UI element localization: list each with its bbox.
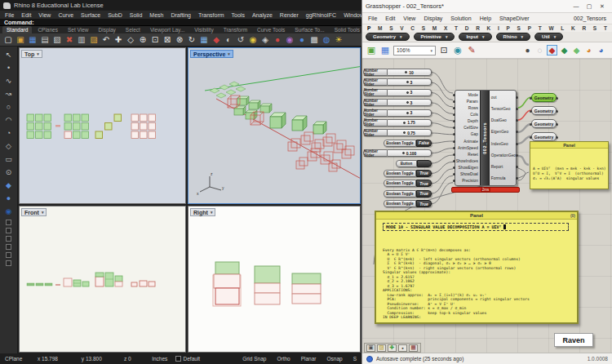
display-mode-gem-icon[interactable]: ◌ [534, 45, 545, 55]
rhino-toolbar-icon[interactable]: ● [272, 34, 283, 45]
category-tab[interactable]: K [571, 25, 575, 31]
param-value[interactable]: 0.75 [388, 129, 432, 136]
param-value[interactable]: 0.100 [388, 149, 432, 157]
param-value[interactable]: 3 [388, 99, 432, 106]
component-input-port[interactable]: CellSize [455, 125, 480, 131]
param-value[interactable]: 3 [388, 109, 432, 117]
rhino-toolbar-icon[interactable]: ▣ [15, 34, 26, 45]
ribbon-group-pill[interactable]: Rhino ▾ [496, 33, 531, 41]
viewport-front[interactable]: Front ▾ [19, 206, 186, 353]
viewport-front-tab[interactable]: Front ▾ [21, 208, 47, 216]
chevron-down-icon[interactable]: ▾ [42, 210, 44, 215]
category-tab[interactable]: T [455, 25, 458, 31]
layer-checkbox[interactable] [6, 244, 11, 250]
close-button[interactable]: ✕ [596, 2, 609, 11]
slider-knob[interactable] [406, 81, 409, 83]
svd-report-panel[interactable]: Panel {0} MODE 10 - SINGULAR VALUE DECOM… [375, 211, 579, 324]
rhino-toolbar-icon[interactable]: ↺ [235, 34, 246, 45]
status-units[interactable]: Inches [152, 356, 167, 362]
rhino-toolbar-icon[interactable]: ◇ [125, 34, 136, 45]
layer-checkbox[interactable] [6, 236, 11, 242]
slider-knob[interactable] [402, 152, 405, 154]
rhino-toolbar-tab[interactable]: Transform [220, 26, 251, 33]
rhino-tool-icon[interactable]: ○ [2, 101, 16, 113]
component-output-port[interactable]: Report [490, 162, 516, 173]
category-tab[interactable]: D [465, 25, 469, 31]
rhino-menu-item[interactable]: View [38, 12, 51, 18]
ribbon-group-pill[interactable]: Primitive ▾ [414, 33, 455, 41]
param-value[interactable]: True [416, 200, 432, 207]
grasshopper-menu-item[interactable]: ShapeDiver [499, 16, 530, 21]
rhino-toolbar-icon[interactable]: ◐ [223, 34, 234, 45]
rhino-toolbar-tab[interactable]: Solid Tools [330, 26, 361, 33]
display-mode-gem-icon[interactable]: ◕ [583, 45, 594, 55]
tensors-component[interactable]: ModeParamRowsColsDepthCellSizeGapAnimate… [455, 90, 517, 186]
geometry-param[interactable]: Geometry [531, 132, 557, 141]
rhino-menu-item[interactable]: Curve [58, 12, 73, 18]
rhino-menu-item[interactable]: Transform [198, 12, 224, 18]
rhino-tool-icon[interactable]: • [2, 62, 16, 73]
chevron-down-icon[interactable]: ▾ [554, 34, 557, 39]
rhino-toolbar-tab[interactable]: Viewport Lay... [146, 26, 188, 33]
rhino-toolbar-icon[interactable]: ◉ [247, 34, 259, 45]
component-output-port[interactable]: OperationGeo [490, 149, 516, 161]
ribbon-group-pill[interactable]: Geometry ▾ [366, 33, 410, 41]
rhino-toolbar-icon[interactable]: ↻ [186, 34, 197, 45]
category-tab[interactable]: R [582, 25, 586, 31]
maximize-button[interactable]: ▢ [583, 2, 596, 11]
slider-knob[interactable] [403, 131, 406, 134]
rhino-toolbar-tab[interactable]: Standard [2, 26, 32, 33]
grasshopper-menu-item[interactable]: Display [424, 16, 442, 21]
rhino-toolbar-icon[interactable]: ⊡ [149, 34, 161, 45]
preview-eye-icon[interactable]: ◉ [452, 45, 463, 56]
rhino-menu-item[interactable]: Drafting [171, 12, 191, 18]
rhino-toolbar-tab[interactable]: Curve Tools [253, 26, 289, 33]
layer-checkbox[interactable] [6, 228, 11, 233]
chevron-down-icon[interactable]: ▾ [446, 34, 448, 39]
rhino-tool-icon[interactable]: ◆ [2, 180, 16, 191]
component-input-port[interactable]: Cols [455, 111, 480, 118]
rhino-toolbar-icon[interactable]: ⊠ [162, 34, 173, 45]
grasshopper-menu-item[interactable]: Solution [450, 16, 471, 21]
param-value[interactable]: 3 [388, 89, 432, 96]
component-output-port[interactable]: DualGeo [490, 115, 516, 127]
viewport-right[interactable]: Right ▾ [188, 206, 361, 353]
rhino-toolbar-icon[interactable]: ▢ [2, 34, 14, 45]
svd-formula-panel[interactable]: Panel A = UΣVᵀ (m×n = m×k · k×k · k×n)Uᵀ… [530, 141, 609, 189]
rhino-toolbar-icon[interactable]: ▧ [51, 34, 63, 45]
component-output-port[interactable]: IndexGeo [490, 138, 516, 149]
rhino-toolbar-icon[interactable]: ✖ [64, 34, 75, 45]
rhino-tool-icon[interactable]: ⊙ [2, 166, 16, 178]
viewport-top-tab[interactable]: Top ▾ [21, 50, 42, 58]
display-mode-gem-icon[interactable]: ◆ [559, 45, 570, 55]
component-input-port[interactable]: ShowEigen [455, 165, 480, 171]
status-toggle[interactable]: Grid Snap [242, 356, 266, 362]
open-file-icon[interactable]: ▣ [366, 45, 377, 56]
rhino-toolbar-icon[interactable]: ⊕ [137, 34, 149, 45]
layer-checkbox[interactable] [6, 220, 11, 225]
chevron-down-icon[interactable]: ▾ [37, 51, 39, 56]
rhino-toolbar-icon[interactable]: ◍ [321, 34, 332, 45]
category-tab[interactable]: V [400, 25, 403, 31]
viewport-perspective[interactable]: Perspective ▾ [188, 47, 361, 204]
param-row[interactable]: Boolean Toggle True [384, 180, 432, 187]
chevron-down-icon[interactable]: ▾ [228, 51, 230, 56]
zoom-level-select[interactable]: 106% ▾ [393, 46, 436, 55]
rhino-tool-icon[interactable]: ▭ [2, 153, 16, 165]
param-row[interactable]: Boolean Toggle False [384, 140, 432, 147]
category-tab[interactable]: C [410, 25, 415, 31]
rhino-toolbar-tab[interactable]: Set View [64, 26, 93, 33]
rhino-toolbar-icon[interactable]: ▦ [27, 34, 38, 45]
panel-title[interactable]: Panel {0} [376, 212, 577, 220]
component-input-port[interactable]: Depth [455, 118, 480, 125]
category-tab[interactable]: R [476, 25, 480, 31]
rhino-toolbar-tab[interactable]: Display [95, 26, 120, 33]
rhino-menu-item[interactable]: ggRhinoIFC [306, 12, 336, 18]
category-tab[interactable]: I [498, 25, 499, 31]
param-row[interactable]: Number Slider 3 [363, 78, 432, 86]
viewport-right-tab[interactable]: Right ▾ [190, 208, 215, 216]
rhino-menu-item[interactable]: File [5, 12, 14, 18]
category-tab[interactable]: M [432, 25, 437, 31]
sketch-tool-icon[interactable]: ▦ [409, 344, 418, 352]
category-tab[interactable]: S [517, 25, 521, 31]
